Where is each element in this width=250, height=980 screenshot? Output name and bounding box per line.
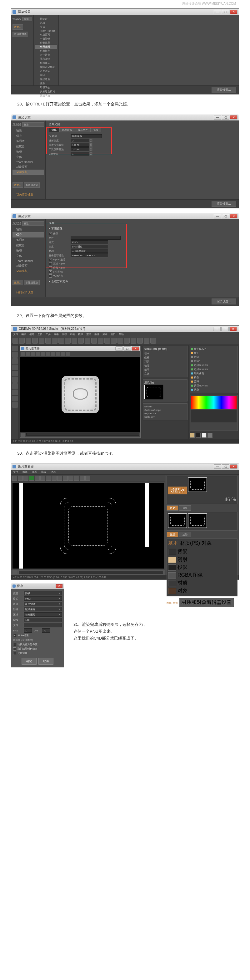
close-button[interactable]: ✕ [229,327,237,331]
preset-item[interactable]: CollisionShape [144,408,186,412]
tool-btn[interactable] [46,352,50,356]
sidebar-item[interactable]: 选项 [13,149,44,154]
renderer-select[interactable]: 标准 [22,123,44,127]
menu-item[interactable]: 帮助 [119,332,124,336]
fps-input[interactable]: 1 [24,628,32,633]
checkbox-separate-alpha[interactable] [49,266,52,269]
info-tab[interactable]: 信息 [179,505,191,511]
color-profile[interactable]: sRGB IEC61966-2.1 [71,253,108,257]
tool-btn[interactable] [36,352,40,356]
tool-btn[interactable] [31,352,35,356]
tool-icon[interactable] [12,358,18,364]
tool-btn[interactable] [51,352,55,356]
multipass-button[interactable]: 多通道渲染 [13,32,28,37]
tool-button[interactable] [91,338,97,344]
menu-item[interactable]: 文件 [13,470,18,474]
tool-button[interactable] [39,338,44,344]
input[interactable]: 2 [71,138,89,142]
object-row[interactable]: 挤压NURBS [191,383,237,388]
file-input[interactable] [71,236,120,240]
format-select[interactable]: PNG [71,240,108,244]
object-row[interactable]: 放样NURBS [191,368,237,371]
close-button[interactable]: ✕ [230,465,237,469]
list-item[interactable]: 毛发渲染 [35,69,57,73]
tool-button[interactable] [117,338,123,344]
list-item[interactable]: 外部效果 [35,41,57,45]
history-thumb[interactable] [168,514,187,528]
tool-icon[interactable] [12,371,18,376]
tool-icon[interactable] [12,364,18,370]
close-button[interactable]: ✕ [131,346,139,351]
attr-tab[interactable]: 对象 [144,360,186,364]
object-row[interactable]: 饼干 [191,351,237,355]
list-item-selected[interactable]: 全局光照 [35,45,57,49]
tool-button[interactable] [59,338,64,344]
maximize-button[interactable]: ▢ [222,465,229,469]
list-item[interactable]: 抗锯齿 [35,17,57,21]
close-button[interactable]: ✕ [55,584,62,588]
tool-button[interactable] [25,338,31,344]
timeline[interactable] [26,433,139,436]
list-item[interactable]: 柔和滤镜 [35,57,57,61]
tool-icon[interactable] [12,390,18,395]
tool-button[interactable] [85,338,90,344]
menu-item[interactable]: 文件 [13,332,18,336]
section-regular[interactable]: ▸ 常规图像 [49,226,236,231]
list-item[interactable]: 焦散 [35,81,57,86]
maximize-button[interactable]: ▢ [221,327,229,331]
tool-button[interactable] [52,338,57,344]
name-select[interactable]: 名称0000.tif [71,249,108,253]
sidebar-item[interactable]: 抗锯齿 [13,243,44,248]
history-thumb[interactable] [188,514,207,528]
maximize-button[interactable]: ▢ [222,214,229,218]
tool-button[interactable] [52,476,57,480]
tool-button[interactable] [111,338,117,344]
material-swatch[interactable] [190,433,195,438]
tool-button[interactable] [45,338,51,344]
close-button[interactable]: ✕ [230,115,237,119]
input[interactable]: 100 % [71,147,89,151]
filter-select[interactable]: 区域采样▾ [24,607,62,611]
history-tab[interactable]: 历史 [166,505,179,511]
scrubber[interactable] [19,571,163,574]
close-button[interactable]: ✕ [230,214,237,218]
play-btn[interactable] [13,570,17,574]
list-item[interactable]: 柱面镜头 [35,61,57,65]
tool-button[interactable] [29,476,34,480]
render-settings-button[interactable]: 渲染设置… [212,299,236,304]
preset-item[interactable]: RigidBody [144,412,186,415]
list-item[interactable]: 矢量运动模糊 [35,89,57,94]
menu-item[interactable]: 渲染 [86,332,91,336]
tool-button[interactable] [104,338,110,344]
menu-item[interactable]: 创建 [29,332,34,336]
attr-tab[interactable]: 坐标 [144,355,186,360]
sidebar-item[interactable]: 多通道 [13,138,44,144]
tool-button[interactable] [19,338,25,344]
tool-button[interactable] [18,476,23,480]
subtab[interactable]: 对象 [202,540,212,547]
subtab[interactable]: 基本 [168,540,178,547]
tool-icon[interactable] [12,346,18,352]
sidebar-item[interactable]: 材质覆写 [13,164,44,170]
layers-tab[interactable]: 图层 [166,532,179,537]
effects-button[interactable]: 效果… [13,183,23,188]
sidebar-item[interactable]: 保存 [13,133,44,138]
dropdown[interactable]: 辐照缓存 [71,134,102,138]
render-settings-button[interactable]: 渲染设置… [212,87,236,93]
renderer-select[interactable]: 标准 [22,17,32,21]
list-item[interactable]: 法线通道 [35,77,57,81]
effects-button[interactable]: 效果… [13,24,23,30]
sidebar-item[interactable]: 立体 [13,253,44,259]
list-item[interactable]: 中值滤镜 [35,37,57,41]
navigator-tab[interactable]: 导航器 [168,487,187,495]
object-row[interactable]: 细分曲面 [191,371,237,375]
depth-select[interactable]: 8 位/通道 [71,245,108,248]
opt-check[interactable]: 转换为正方形像素 [13,643,62,646]
sidebar-item-selected[interactable]: 保存 [13,232,44,237]
object-row[interactable]: 放样NURBS [191,363,237,368]
depth-select[interactable]: 8 位/通道▾ [24,602,62,606]
list-item[interactable]: 素描卡通 [35,94,57,98]
tool-btn[interactable] [61,352,65,356]
minimize-button[interactable]: — [214,214,221,218]
tool-button[interactable] [124,338,130,344]
